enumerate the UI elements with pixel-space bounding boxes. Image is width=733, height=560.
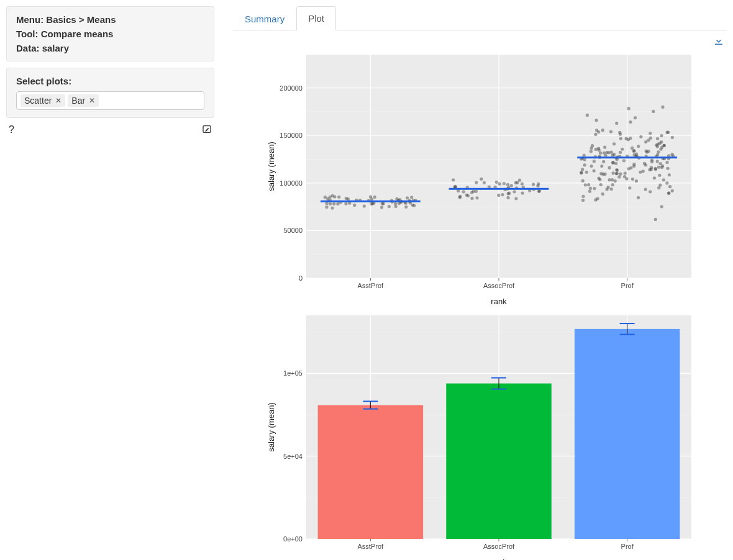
svg-point-62 [337, 196, 340, 199]
svg-point-44 [328, 202, 331, 205]
svg-point-55 [387, 205, 390, 208]
svg-point-142 [670, 136, 673, 139]
remove-tag-icon[interactable]: ✕ [55, 96, 61, 105]
svg-point-225 [629, 137, 632, 140]
edit-icon[interactable] [202, 124, 212, 137]
plot-tag-label: Scatter [24, 96, 52, 106]
remove-tag-icon[interactable]: ✕ [89, 96, 95, 105]
svg-point-90 [514, 197, 517, 200]
svg-point-228 [597, 148, 600, 151]
svg-text:150000: 150000 [280, 132, 303, 139]
svg-point-276 [610, 178, 613, 181]
svg-point-72 [346, 197, 349, 201]
svg-text:AsstProf: AsstProf [357, 543, 384, 550]
svg-point-256 [581, 168, 584, 171]
svg-point-167 [644, 140, 647, 143]
svg-point-78 [380, 202, 383, 205]
bar-plot: 0e+005e+041e+05AsstProfAssocProfProfrank… [263, 309, 698, 560]
svg-text:rank: rank [491, 558, 507, 560]
svg-point-102 [497, 194, 500, 197]
svg-point-300 [642, 162, 645, 165]
svg-text:Prof: Prof [621, 543, 634, 550]
svg-point-169 [611, 183, 614, 186]
svg-point-210 [590, 165, 593, 168]
svg-point-119 [517, 179, 521, 182]
svg-point-232 [612, 153, 615, 156]
tool-line: Tool: Compare means [16, 29, 204, 39]
svg-point-289 [588, 190, 591, 193]
svg-point-288 [618, 131, 621, 134]
data-line: Data: salary [16, 43, 204, 53]
svg-point-110 [536, 184, 539, 187]
svg-point-246 [597, 177, 600, 180]
tab-plot[interactable]: Plot [296, 6, 336, 30]
svg-point-139 [655, 160, 658, 163]
svg-point-136 [602, 160, 605, 163]
svg-point-298 [585, 171, 588, 174]
svg-point-116 [475, 196, 478, 199]
svg-point-128 [474, 190, 477, 193]
svg-point-307 [580, 171, 583, 174]
help-icon[interactable]: ? [9, 124, 14, 137]
svg-point-48 [325, 205, 328, 209]
svg-rect-338 [446, 384, 551, 539]
svg-text:Prof: Prof [621, 282, 634, 289]
svg-point-68 [328, 196, 331, 199]
svg-point-273 [594, 198, 597, 201]
svg-point-204 [585, 114, 588, 117]
svg-point-205 [597, 130, 600, 133]
svg-point-259 [657, 150, 660, 153]
svg-point-251 [649, 166, 652, 169]
svg-point-282 [666, 167, 669, 170]
svg-point-37 [373, 196, 376, 199]
svg-point-91 [508, 192, 511, 195]
svg-rect-334 [317, 405, 422, 539]
svg-point-290 [657, 166, 660, 169]
svg-point-184 [665, 181, 668, 184]
svg-point-207 [581, 199, 585, 202]
scatter-plot: 050000100000150000200000AsstProfAssocPro… [263, 48, 698, 309]
svg-point-98 [470, 197, 473, 200]
svg-point-88 [512, 190, 516, 193]
svg-point-144 [609, 130, 612, 133]
svg-text:5e+04: 5e+04 [283, 453, 303, 460]
svg-point-26 [404, 205, 407, 209]
svg-point-295 [658, 142, 661, 145]
svg-point-101 [506, 196, 509, 199]
svg-point-218 [615, 122, 618, 125]
svg-point-183 [598, 151, 601, 155]
svg-point-140 [587, 183, 590, 186]
svg-point-212 [639, 135, 642, 138]
download-icon[interactable] [713, 35, 724, 48]
svg-point-112 [506, 183, 509, 186]
svg-point-250 [652, 110, 655, 113]
svg-point-233 [603, 146, 606, 149]
svg-point-248 [665, 161, 668, 164]
svg-point-293 [666, 131, 669, 134]
plot-tag-bar: Bar ✕ [68, 94, 99, 107]
svg-point-291 [644, 187, 647, 191]
svg-point-63 [332, 202, 335, 205]
svg-point-278 [612, 142, 615, 145]
svg-point-264 [589, 150, 592, 153]
svg-point-258 [593, 187, 596, 190]
tab-summary[interactable]: Summary [233, 7, 296, 30]
svg-point-194 [614, 172, 617, 175]
select-plots-input[interactable]: Scatter ✕ Bar ✕ [16, 91, 204, 110]
svg-point-135 [592, 160, 595, 163]
svg-text:AssocProf: AssocProf [483, 543, 514, 550]
svg-point-224 [600, 165, 603, 168]
svg-point-158 [634, 179, 637, 183]
svg-point-235 [659, 148, 662, 151]
svg-point-50 [353, 204, 356, 207]
svg-point-53 [380, 205, 383, 209]
svg-point-223 [624, 137, 627, 140]
svg-point-125 [509, 184, 512, 187]
svg-point-111 [501, 193, 504, 196]
svg-point-301 [604, 154, 607, 157]
svg-text:100000: 100000 [280, 179, 303, 187]
svg-point-281 [658, 184, 662, 187]
select-plots-panel: Select plots: Scatter ✕ Bar ✕ [6, 68, 214, 118]
svg-point-107 [531, 183, 534, 186]
svg-point-292 [631, 178, 634, 181]
